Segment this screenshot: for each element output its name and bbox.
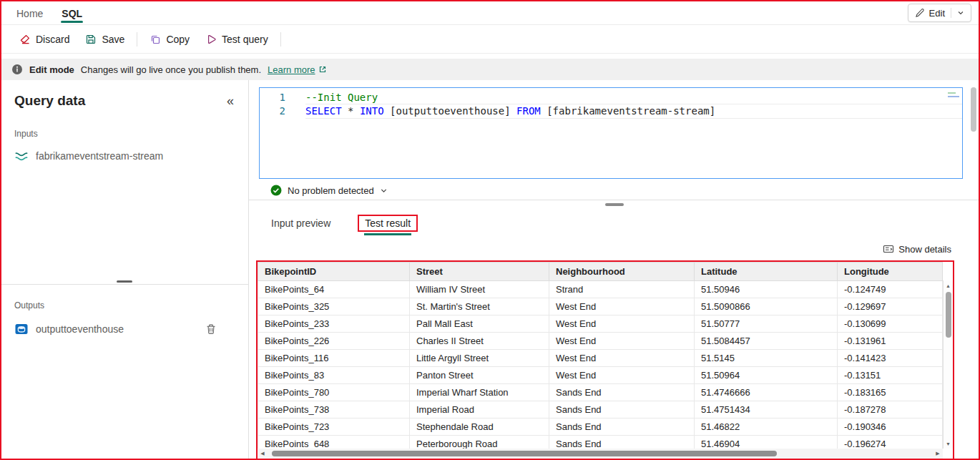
table-cell: -0.190346 bbox=[838, 419, 943, 436]
sidebar-title: Query data bbox=[14, 93, 85, 109]
table-cell: -0.13151 bbox=[838, 367, 943, 384]
table-cell: Sands End bbox=[549, 384, 695, 401]
discard-button[interactable]: Discard bbox=[11, 29, 77, 49]
scroll-up-arrow-icon[interactable]: ▲ bbox=[944, 280, 954, 290]
result-grid: BikepointID Street Neighbourhood Latitud… bbox=[258, 262, 953, 459]
scroll-left-arrow-icon[interactable]: ◀ bbox=[258, 449, 268, 459]
editor-and-results-pane: 1 2 --Init Query SELECT * INTO [outputto… bbox=[249, 80, 980, 460]
command-toolbar: Discard Save Copy Test query bbox=[0, 24, 980, 54]
copy-icon bbox=[150, 34, 161, 45]
table-cell: BikePoints_64 bbox=[258, 281, 410, 298]
play-icon bbox=[205, 34, 217, 45]
status-text: No problem detected bbox=[288, 185, 374, 196]
table-cell: BikePoints_325 bbox=[258, 298, 410, 315]
show-details-button[interactable]: Show details bbox=[883, 243, 951, 255]
table-cell: Little Argyll Street bbox=[410, 350, 549, 367]
details-pane-icon bbox=[883, 243, 894, 255]
table-cell: 51.5090866 bbox=[695, 298, 838, 315]
save-button[interactable]: Save bbox=[77, 29, 132, 49]
external-link-icon bbox=[318, 65, 327, 74]
sidebar-item-eventhouse-output[interactable]: outputtoeventhouse bbox=[0, 318, 248, 341]
sidebar-resize-handle[interactable] bbox=[117, 280, 132, 283]
banner-message: Changes will go live once you publish th… bbox=[81, 64, 261, 75]
table-cell: Sands End bbox=[549, 401, 695, 419]
copy-label: Copy bbox=[166, 34, 190, 45]
table-cell: St. Martin's Street bbox=[410, 298, 549, 315]
table-cell: 51.50946 bbox=[695, 281, 838, 298]
table-row: BikePoints_64 William IV Street Strand 5… bbox=[258, 281, 943, 298]
copy-button[interactable]: Copy bbox=[142, 29, 197, 49]
code-area[interactable]: --Init Query SELECT * INTO [outputtoeven… bbox=[295, 88, 962, 178]
column-header-latitude: Latitude bbox=[695, 263, 838, 281]
line-number: 1 bbox=[260, 91, 285, 104]
inputs-label: Inputs bbox=[0, 109, 248, 146]
test-query-button[interactable]: Test query bbox=[197, 29, 276, 49]
pane-scroll-thumb[interactable] bbox=[971, 87, 976, 132]
discard-icon bbox=[19, 34, 31, 45]
input-name-label: fabrikameventstream-stream bbox=[36, 150, 163, 162]
table-row: BikePoints_325 St. Martin's Street West … bbox=[258, 298, 943, 315]
result-table: BikepointID Street Neighbourhood Latitud… bbox=[258, 262, 943, 453]
pane-vertical-scrollbar[interactable] bbox=[969, 86, 978, 454]
table-cell: West End bbox=[549, 333, 695, 350]
table-cell: West End bbox=[549, 350, 695, 367]
table-cell: -0.187278 bbox=[838, 401, 943, 419]
table-row: BikePoints_738 Imperial Road Sands End 5… bbox=[258, 401, 943, 419]
sidebar-item-eventstream-input[interactable]: fabrikameventstream-stream bbox=[0, 146, 248, 166]
column-header-neighbourhood: Neighbourhood bbox=[549, 263, 695, 281]
table-cell: -0.124749 bbox=[838, 281, 943, 298]
save-icon bbox=[85, 34, 97, 45]
table-row: BikePoints_226 Charles II Street West En… bbox=[258, 333, 943, 350]
table-cell: 51.50777 bbox=[695, 315, 838, 333]
edit-button[interactable]: Edit bbox=[908, 4, 971, 22]
result-table-body: BikePoints_64 William IV Street Strand 5… bbox=[258, 281, 943, 453]
table-cell: Panton Street bbox=[410, 367, 549, 384]
table-cell: 51.4751434 bbox=[695, 401, 838, 419]
delete-output-button[interactable] bbox=[205, 323, 217, 335]
learn-more-link[interactable]: Learn more bbox=[268, 64, 326, 75]
eventstream-icon bbox=[14, 149, 29, 163]
table-cell: -0.141423 bbox=[838, 350, 943, 367]
chevron-down-icon[interactable] bbox=[957, 9, 964, 16]
table-cell: West End bbox=[549, 298, 695, 315]
scroll-down-arrow-icon[interactable]: ▼ bbox=[944, 439, 954, 449]
table-cell: Pall Mall East bbox=[410, 315, 549, 333]
main-area: Query data « Inputs fabrikameventstream-… bbox=[0, 80, 980, 460]
horizontal-scroll-thumb[interactable] bbox=[272, 451, 777, 456]
table-row: BikePoints_723 Stephendale Road Sands En… bbox=[258, 419, 943, 436]
table-header-row: BikepointID Street Neighbourhood Latitud… bbox=[258, 263, 943, 281]
tab-sql[interactable]: SQL bbox=[52, 3, 92, 24]
table-cell: Imperial Road bbox=[410, 401, 549, 419]
table-cell: -0.131961 bbox=[838, 333, 943, 350]
vertical-scroll-thumb[interactable] bbox=[946, 292, 951, 338]
table-cell: -0.130699 bbox=[838, 315, 943, 333]
sql-code-editor[interactable]: 1 2 --Init Query SELECT * INTO [outputto… bbox=[259, 87, 963, 179]
output-name-label: outputtoeventhouse bbox=[36, 323, 124, 335]
table-vertical-scrollbar[interactable]: ▲ ▼ bbox=[943, 280, 953, 449]
save-label: Save bbox=[102, 34, 124, 45]
table-horizontal-scrollbar[interactable]: ◀ ▶ bbox=[258, 449, 943, 459]
chevron-down-icon[interactable] bbox=[380, 187, 388, 195]
sidebar-section-divider bbox=[0, 284, 248, 285]
table-row: BikePoints_780 Imperial Wharf Station Sa… bbox=[258, 384, 943, 401]
table-cell: Stephendale Road bbox=[410, 419, 549, 436]
table-row: BikePoints_83 Panton Street West End 51.… bbox=[258, 367, 943, 384]
table-cell: Sands End bbox=[549, 419, 695, 436]
table-cell: BikePoints_723 bbox=[258, 419, 410, 436]
problem-status-bar[interactable]: No problem detected bbox=[249, 181, 980, 200]
scroll-right-arrow-icon[interactable]: ▶ bbox=[933, 449, 943, 459]
tab-input-preview[interactable]: Input preview bbox=[270, 215, 332, 232]
table-cell: 51.5145 bbox=[695, 350, 838, 367]
tab-test-result[interactable]: Test result bbox=[358, 215, 418, 232]
table-cell: West End bbox=[549, 315, 695, 333]
column-header-bikepointid: BikepointID bbox=[258, 263, 410, 281]
collapse-sidebar-button[interactable]: « bbox=[227, 94, 234, 107]
table-cell: William IV Street bbox=[410, 281, 549, 298]
pane-splitter-handle[interactable] bbox=[605, 203, 624, 206]
table-cell: Imperial Wharf Station bbox=[410, 384, 549, 401]
editor-minimap[interactable] bbox=[946, 89, 961, 140]
info-icon bbox=[11, 64, 23, 75]
banner-title: Edit mode bbox=[29, 64, 74, 75]
tab-home[interactable]: Home bbox=[7, 3, 52, 24]
table-cell: West End bbox=[549, 367, 695, 384]
